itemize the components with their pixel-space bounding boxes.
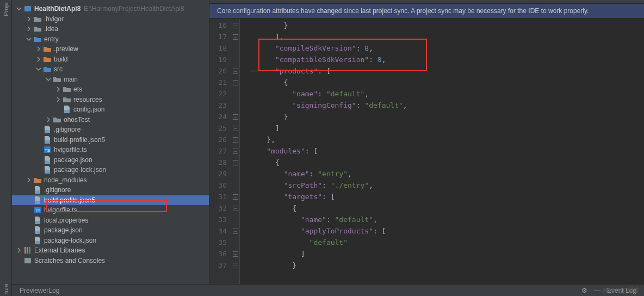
chevron-down-icon[interactable] <box>36 66 41 72</box>
spacer-icon <box>26 207 32 213</box>
json-file-icon <box>43 125 52 134</box>
left-strip-bottom-label[interactable]: ture <box>3 283 9 294</box>
tree-item-label: .hvigor <box>44 15 64 23</box>
watermark: @51CTO博客 <box>603 286 640 294</box>
svg-rect-0 <box>24 6 31 11</box>
chevron-down-icon[interactable] <box>26 36 32 42</box>
tree-item[interactable]: node_modules <box>12 175 209 186</box>
chevron-right-icon[interactable] <box>36 46 41 52</box>
spacer-icon <box>26 187 32 193</box>
ts-file-icon: TS <box>33 206 42 214</box>
tree-item[interactable]: .gitignore <box>12 185 209 195</box>
spacer-icon <box>36 167 41 172</box>
tree-root-path: E:\HarmonyProject\HealthDietApi8 <box>84 5 184 13</box>
gear-icon[interactable]: ⚙ <box>581 287 587 294</box>
tree-item-label: .gitignore <box>54 126 81 133</box>
spacer-icon <box>36 127 41 132</box>
tree-item[interactable]: .gitignore <box>12 125 209 135</box>
tree-scratches[interactable]: Scratches and Consoles <box>12 256 209 266</box>
tree-item-label: package-lock.json <box>54 166 106 174</box>
tree-item-label: src <box>54 65 63 73</box>
ts-file-icon: TS <box>43 145 52 154</box>
chevron-right-icon[interactable] <box>46 117 51 122</box>
spacer-icon <box>55 107 61 112</box>
json-file-icon <box>33 236 42 245</box>
folder-icon <box>63 95 71 104</box>
tree-item[interactable]: package.json <box>12 155 209 165</box>
folder-icon <box>53 75 61 84</box>
tree-item-label: package.json <box>44 226 83 234</box>
tree-item[interactable]: .idea <box>12 24 209 34</box>
sync-warning-banner[interactable]: Core configuration attributes have chang… <box>209 4 644 18</box>
editor-tabs-bar[interactable] <box>209 0 644 4</box>
tree-item-label: node_modules <box>44 176 87 184</box>
status-left-label[interactable]: PreviewerLog <box>20 287 59 294</box>
project-tree-body[interactable]: HealthDietApi8 E:\HarmonyProject\HealthD… <box>12 4 209 284</box>
folder-icon <box>43 55 52 64</box>
tree-item-label: build-profile.json5 <box>54 136 105 144</box>
tree-item[interactable]: ohosTest <box>12 115 209 125</box>
tree-item-label: ets <box>73 85 82 93</box>
tree-item-label: main <box>64 76 78 83</box>
tree-item-label: External Libraries <box>34 246 85 254</box>
libs-icon <box>23 246 32 255</box>
tree-item-label: hvigorfile.ts <box>44 206 77 214</box>
svg-text:TS: TS <box>35 208 40 213</box>
spacer-icon <box>26 218 32 223</box>
tree-item[interactable]: package-lock.json <box>12 236 209 246</box>
code-editor[interactable]: } ], "compileSdkVersion": 8, "compatible… <box>240 18 644 284</box>
tree-item[interactable]: ets <box>12 84 209 95</box>
json-file-icon <box>43 135 52 144</box>
json-file-icon <box>33 226 42 235</box>
chevron-right-icon[interactable] <box>16 248 22 253</box>
tree-item[interactable]: TShvigorfile.ts <box>12 205 209 215</box>
chevron-down-icon[interactable] <box>46 77 51 82</box>
tree-item[interactable]: build-profile.json5 <box>12 195 209 206</box>
spacer-icon <box>16 258 22 263</box>
status-bar: PreviewerLog ⚙ — Event Log <box>12 284 644 296</box>
minimize-icon[interactable]: — <box>594 287 600 294</box>
chevron-right-icon[interactable] <box>55 97 61 102</box>
tree-item[interactable]: main <box>12 75 209 85</box>
module-icon <box>23 4 32 13</box>
tree-item[interactable]: src <box>12 64 209 75</box>
tree-item[interactable]: package.json <box>12 225 209 236</box>
chevron-right-icon[interactable] <box>26 26 32 32</box>
spacer-icon <box>36 157 41 163</box>
tree-item[interactable]: package-lock.json <box>12 165 209 175</box>
chevron-right-icon[interactable] <box>26 177 32 183</box>
json-file-icon <box>43 156 52 164</box>
fold-gutter[interactable] <box>231 18 240 284</box>
folder-icon <box>43 45 52 53</box>
chevron-right-icon[interactable] <box>55 87 61 92</box>
tree-item[interactable]: .preview <box>12 44 209 54</box>
line-number-gutter[interactable]: 1617181920212223242526272829303132333435… <box>209 18 231 284</box>
tree-item-label: resources <box>73 96 102 103</box>
tree-item-label: build <box>54 55 67 63</box>
tree-item[interactable]: build <box>12 54 209 65</box>
tree-item-label: local.properties <box>44 217 88 224</box>
chevron-right-icon[interactable] <box>26 16 32 22</box>
folder-icon <box>63 85 71 94</box>
project-tree-panel: HealthDietApi8 E:\HarmonyProject\HealthD… <box>12 0 209 284</box>
tree-root[interactable]: HealthDietApi8 E:\HarmonyProject\HealthD… <box>12 4 209 14</box>
tree-item-label: config.json <box>73 106 104 113</box>
tree-item[interactable]: .hvigor <box>12 14 209 24</box>
left-strip-top-label[interactable]: Proje <box>3 2 9 16</box>
tree-item[interactable]: entry <box>12 34 209 45</box>
chevron-down-icon[interactable] <box>16 6 22 11</box>
tree-item-label: entry <box>44 35 59 43</box>
tree-item[interactable]: local.properties <box>12 215 209 226</box>
spacer-icon <box>26 198 32 203</box>
tree-external-libs[interactable]: External Libraries <box>12 245 209 256</box>
tree-item[interactable]: config.json <box>12 104 209 115</box>
chevron-right-icon[interactable] <box>36 57 41 62</box>
module-icon <box>43 65 52 73</box>
spacer-icon <box>26 238 32 243</box>
tree-item[interactable]: build-profile.json5 <box>12 135 209 145</box>
tree-item[interactable]: resources <box>12 95 209 105</box>
folder-icon <box>33 176 42 184</box>
tree-item-label: Scratches and Consoles <box>34 257 105 264</box>
tree-item[interactable]: TShvigorfile.ts <box>12 145 209 155</box>
folder-icon <box>33 24 42 33</box>
